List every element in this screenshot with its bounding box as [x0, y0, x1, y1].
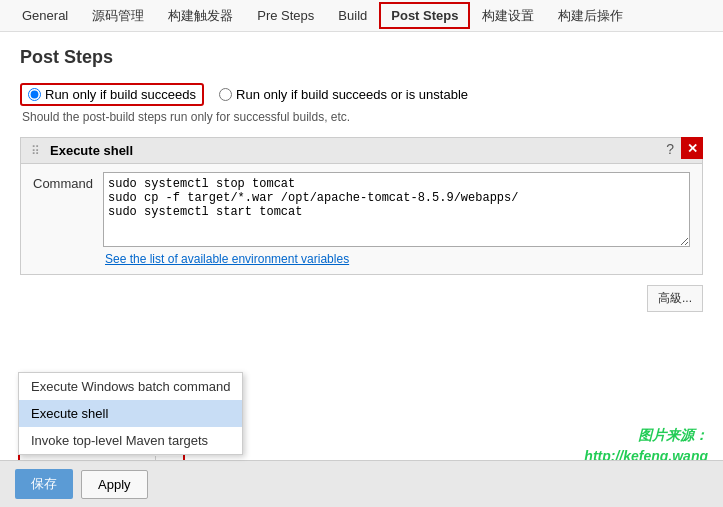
help-icon[interactable]: ?: [666, 141, 674, 157]
radio-option-2[interactable]: Run only if build succeeds or is unstabl…: [219, 87, 468, 102]
env-vars-link[interactable]: See the list of available environment va…: [105, 252, 349, 266]
drag-handle-icon: ⠿: [31, 144, 40, 158]
save-button[interactable]: 保存: [15, 469, 73, 499]
main-content: Post Steps Run only if build succeeds Ru…: [0, 32, 723, 507]
radio-succeeds[interactable]: [28, 88, 41, 101]
bottom-bar: 保存 Apply: [0, 460, 723, 507]
radio-row: Run only if build succeeds Run only if b…: [20, 83, 468, 106]
nav-item-build[interactable]: Build: [326, 2, 379, 29]
nav-item-general[interactable]: General: [10, 2, 80, 29]
command-label: Command: [33, 172, 93, 191]
radio-section: Run only if build succeeds Run only if b…: [20, 83, 703, 132]
close-execute-shell-button[interactable]: ✕: [681, 137, 703, 159]
nav-item-trigger[interactable]: 构建触发器: [156, 1, 245, 31]
dropdown-item-execute-shell[interactable]: Execute shell: [19, 400, 242, 427]
apply-button[interactable]: Apply: [81, 470, 148, 499]
execute-block-title: Execute shell: [50, 143, 133, 158]
radio-option-1[interactable]: Run only if build succeeds: [20, 83, 204, 106]
advanced-row: 高級...: [20, 285, 703, 312]
radio-description: Should the post-build steps run only for…: [22, 110, 350, 124]
command-row: Command: [33, 172, 690, 247]
nav-item-post-build[interactable]: 构建后操作: [546, 1, 635, 31]
nav-item-pre-steps[interactable]: Pre Steps: [245, 2, 326, 29]
execute-shell-block: ⠿ Execute shell ✕ ? Command See the list…: [20, 137, 703, 275]
watermark-line1: 图片来源：: [584, 425, 708, 446]
dropdown-item-maven-targets[interactable]: Invoke top-level Maven targets: [19, 427, 242, 454]
page-title: Post Steps: [20, 47, 703, 68]
dropdown-item-windows-batch[interactable]: Execute Windows batch command: [19, 373, 242, 400]
top-navigation: General 源码管理 构建触发器 Pre Steps Build Post …: [0, 0, 723, 32]
radio-label-1: Run only if build succeeds: [45, 87, 196, 102]
nav-item-source[interactable]: 源码管理: [80, 1, 156, 31]
radio-succeeds-or-unstable[interactable]: [219, 88, 232, 101]
advanced-button[interactable]: 高級...: [647, 285, 703, 312]
execute-block-body: Command See the list of available enviro…: [21, 164, 702, 274]
execute-block-header: ⠿ Execute shell: [21, 138, 702, 164]
nav-item-post-steps[interactable]: Post Steps: [379, 2, 470, 29]
nav-item-build-settings[interactable]: 构建设置: [470, 1, 546, 31]
dropdown-menu: Execute Windows batch command Execute sh…: [18, 372, 243, 455]
command-textarea[interactable]: [103, 172, 690, 247]
radio-label-2: Run only if build succeeds or is unstabl…: [236, 87, 468, 102]
